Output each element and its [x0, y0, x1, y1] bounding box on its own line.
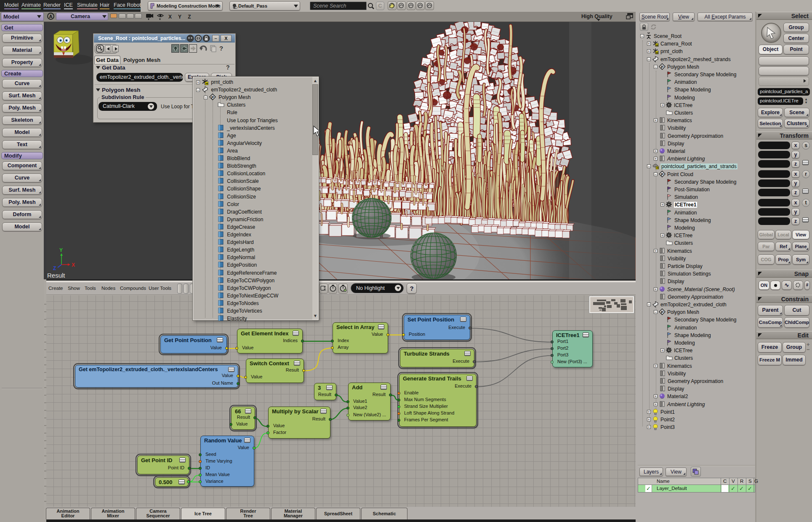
svg-text:P: P — [661, 172, 663, 177]
svg-text:P: P — [661, 310, 663, 314]
svg-text:P: P — [211, 95, 214, 99]
svg-text:H: H — [206, 82, 208, 85]
svg-text:H: H — [657, 166, 659, 169]
svg-text:H: H — [656, 43, 658, 47]
svg-text:H: H — [656, 51, 658, 55]
svg-text:P: P — [661, 65, 663, 69]
